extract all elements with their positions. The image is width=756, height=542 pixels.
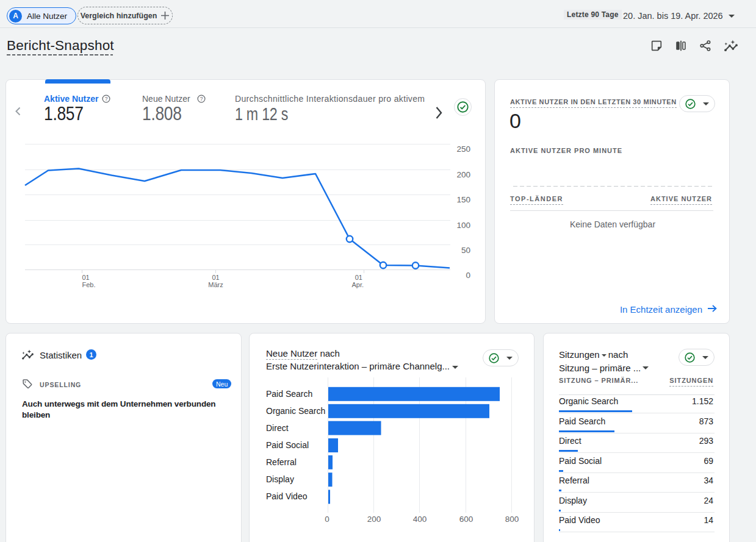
svg-text:Feb.: Feb.: [82, 281, 96, 288]
svg-text:Referral: Referral: [266, 457, 297, 467]
svg-text:600: 600: [459, 515, 473, 524]
svg-text:Organic Search: Organic Search: [266, 406, 325, 416]
svg-text:Paid Social: Paid Social: [266, 440, 309, 450]
svg-text:Direct: Direct: [266, 423, 289, 433]
svg-text:Paid Search: Paid Search: [266, 389, 312, 399]
svg-text:01: 01: [212, 274, 219, 281]
svg-text:Apr.: Apr.: [351, 281, 364, 288]
svg-text:Display: Display: [266, 474, 294, 484]
svg-text:250: 250: [456, 144, 470, 154]
svg-text:0: 0: [466, 271, 470, 280]
svg-text:01: 01: [82, 274, 90, 281]
svg-text:200: 200: [456, 170, 470, 179]
svg-text:100: 100: [456, 221, 470, 230]
svg-text:50: 50: [461, 246, 470, 255]
svg-text:0: 0: [325, 515, 329, 524]
svg-text:März: März: [208, 281, 223, 288]
svg-text:01: 01: [355, 274, 362, 281]
svg-text:150: 150: [456, 195, 470, 204]
svg-text:Paid Video: Paid Video: [266, 491, 308, 501]
svg-text:400: 400: [413, 515, 427, 524]
svg-text:200: 200: [367, 515, 381, 524]
svg-text:800: 800: [505, 515, 519, 524]
